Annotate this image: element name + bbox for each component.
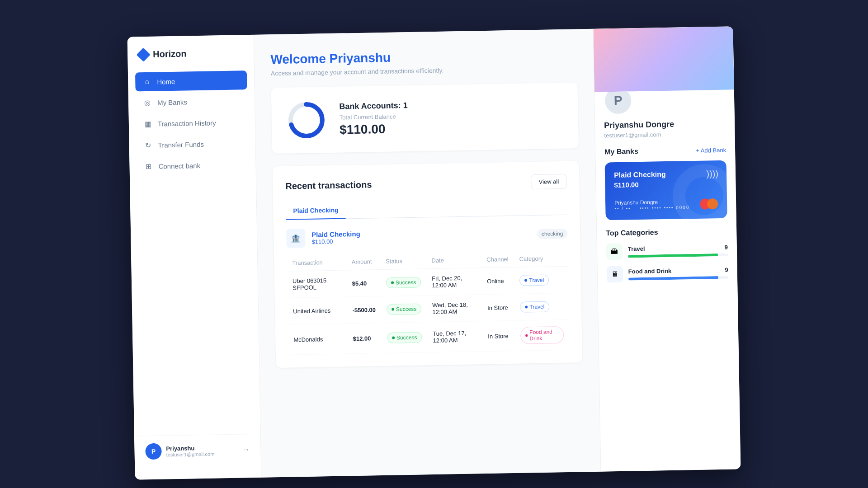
category-emoji-icon: 🏔 bbox=[611, 248, 618, 256]
donut-chart bbox=[286, 99, 327, 141]
col-amount: Amount bbox=[346, 253, 380, 270]
category-count: 9 bbox=[725, 266, 728, 273]
tx-amount: $12.00 bbox=[347, 323, 382, 354]
category-name: Food and Drink bbox=[628, 267, 672, 275]
transaction-table: Transaction Amount Status Date Channel C… bbox=[287, 250, 570, 355]
main-content: Welcome Priyanshu Access and manage your… bbox=[254, 29, 601, 478]
add-bank-button[interactable]: + Add Bank bbox=[696, 146, 726, 154]
transfer-icon: ↻ bbox=[144, 141, 153, 150]
category-emoji-icon: 🖥 bbox=[611, 270, 618, 278]
balance-card: Bank Accounts: 1 Total Current Balance $… bbox=[271, 82, 579, 154]
tx-date: Wed, Dec 18, 12:00 AM bbox=[427, 295, 482, 322]
right-panel-body: P Priyanshu Dongre testuser1@gmail.com M… bbox=[594, 89, 741, 471]
recent-tx-title: Recent transactions bbox=[285, 179, 372, 191]
tx-category: Travel bbox=[514, 266, 569, 294]
status-badge: Success bbox=[387, 304, 422, 315]
category-item: 🖥 Food and Drink 9 bbox=[607, 264, 729, 283]
status-dot-icon bbox=[391, 282, 394, 284]
category-details: Food and Drink 9 bbox=[628, 266, 728, 280]
welcome-username: Priyanshu bbox=[329, 51, 391, 66]
bank-card-holder-info: Priyanshu Dongre •• / •• •••• •••• •••• … bbox=[614, 198, 689, 211]
user-avatar-small: P bbox=[145, 443, 162, 460]
category-name: Travel bbox=[628, 245, 645, 252]
wifi-icon: )))) bbox=[706, 169, 718, 179]
connect-icon: ⊞ bbox=[144, 162, 153, 171]
category-dot-icon bbox=[525, 305, 528, 308]
sidebar-item-home[interactable]: ⌂ Home bbox=[135, 70, 247, 91]
bank-card: )))) Plaid Checking $110.00 Priyanshu Do… bbox=[605, 160, 727, 221]
bank-accounts-label: Bank Accounts: 1 bbox=[339, 101, 408, 112]
tx-name: United Airlines bbox=[288, 297, 347, 324]
col-channel: Channel bbox=[481, 251, 514, 268]
welcome-heading: Welcome Priyanshu Access and manage your… bbox=[270, 47, 577, 77]
tx-category: Travel bbox=[514, 293, 569, 320]
status-dot-icon bbox=[392, 337, 395, 339]
account-balance: $110.00 bbox=[311, 238, 360, 245]
category-bar-fill bbox=[628, 276, 718, 280]
logo-text: Horizon bbox=[153, 48, 187, 59]
total-balance-amount: $110.00 bbox=[340, 122, 408, 137]
col-transaction: Transaction bbox=[287, 254, 346, 271]
my-banks-title: My Banks bbox=[604, 147, 638, 156]
category-badge: Food and Drink bbox=[520, 326, 564, 344]
category-dot-icon bbox=[526, 334, 528, 337]
user-info-small: Priyanshu testuser1@gmail.com bbox=[166, 444, 238, 457]
tx-channel: In Store bbox=[482, 320, 516, 351]
sidebar-item-transfer-funds[interactable]: ↻ Transfer Funds bbox=[136, 134, 248, 155]
sidebar-user-email: testuser1@gmail.com bbox=[166, 450, 238, 457]
status-badge: Success bbox=[386, 277, 421, 288]
recent-transactions-card: Recent transactions View all Plaid Check… bbox=[273, 161, 583, 368]
category-icon-box: 🏔 bbox=[606, 244, 623, 260]
profile-avatar: P bbox=[604, 89, 633, 115]
status-badge: Success bbox=[387, 332, 422, 343]
top-categories-title: Top Categories bbox=[606, 227, 727, 238]
sidebar-item-my-banks[interactable]: ◎ My Banks bbox=[136, 91, 248, 113]
home-icon: ⌂ bbox=[142, 78, 151, 86]
sidebar-footer: P Priyanshu testuser1@gmail.com → bbox=[134, 434, 261, 467]
tx-status: Success bbox=[380, 269, 426, 296]
tab-plaid-checking[interactable]: Plaid Checking bbox=[286, 202, 346, 220]
category-bar-fill bbox=[628, 253, 718, 258]
status-dot-icon bbox=[392, 308, 394, 311]
bank-card-number: •••• •••• •••• 0000 bbox=[640, 205, 690, 211]
tx-amount: $5.40 bbox=[346, 270, 381, 297]
category-dot-icon bbox=[524, 279, 527, 282]
category-bar-bg bbox=[628, 253, 728, 258]
account-type-badge: checking bbox=[537, 229, 568, 239]
tx-status: Success bbox=[381, 296, 427, 323]
sidebar-item-connect-bank-label: Connect bank bbox=[158, 162, 200, 170]
sidebar-item-my-banks-label: My Banks bbox=[157, 98, 187, 106]
category-badge: Travel bbox=[520, 301, 549, 313]
sidebar-item-transaction-history[interactable]: ▦ Transaction History bbox=[136, 113, 248, 134]
profile-email: testuser1@gmail.com bbox=[604, 130, 726, 139]
tx-channel: In Store bbox=[482, 294, 515, 321]
right-panel: P Priyanshu Dongre testuser1@gmail.com M… bbox=[593, 26, 741, 471]
tx-name: Uber 063015 SFPOOL bbox=[287, 270, 347, 298]
logout-icon[interactable]: → bbox=[242, 446, 250, 454]
welcome-subtitle: Access and manage your account and trans… bbox=[271, 64, 577, 77]
transaction-tabs: Plaid Checking bbox=[286, 198, 567, 220]
category-label: Travel 9 bbox=[628, 244, 728, 252]
history-icon: ▦ bbox=[143, 120, 152, 128]
account-details: Plaid Checking $110.00 bbox=[311, 230, 360, 245]
sidebar-item-home-label: Home bbox=[157, 77, 175, 85]
category-bar-bg bbox=[628, 276, 728, 280]
logo-diamond-icon bbox=[137, 47, 151, 61]
table-row: Uber 063015 SFPOOL $5.40 Success Fri, De… bbox=[287, 266, 569, 298]
my-banks-header: My Banks + Add Bank bbox=[604, 146, 726, 156]
bank-icon: ◎ bbox=[143, 99, 152, 107]
sidebar: Horizon ⌂ Home ◎ My Banks ▦ Transaction … bbox=[127, 35, 262, 480]
account-name: Plaid Checking bbox=[311, 230, 360, 239]
tx-amount: -$500.00 bbox=[347, 296, 381, 324]
app-window: Horizon ⌂ Home ◎ My Banks ▦ Transaction … bbox=[127, 26, 741, 479]
table-row: McDonalds $12.00 Success Tue, Dec 17, 12… bbox=[288, 319, 570, 355]
category-item: 🏔 Travel 9 bbox=[606, 242, 728, 260]
categories-list: 🏔 Travel 9 🖥 Food and Drink 9 bbox=[606, 242, 728, 283]
category-label: Food and Drink 9 bbox=[628, 266, 728, 275]
category-icon-box: 🖥 bbox=[607, 266, 623, 283]
col-status: Status bbox=[380, 253, 426, 269]
tx-category: Food and Drink bbox=[515, 319, 570, 351]
tx-date: Tue, Dec 17, 12:00 AM bbox=[427, 321, 483, 352]
sidebar-item-connect-bank[interactable]: ⊞ Connect bank bbox=[137, 155, 249, 176]
view-all-button[interactable]: View all bbox=[531, 174, 566, 189]
